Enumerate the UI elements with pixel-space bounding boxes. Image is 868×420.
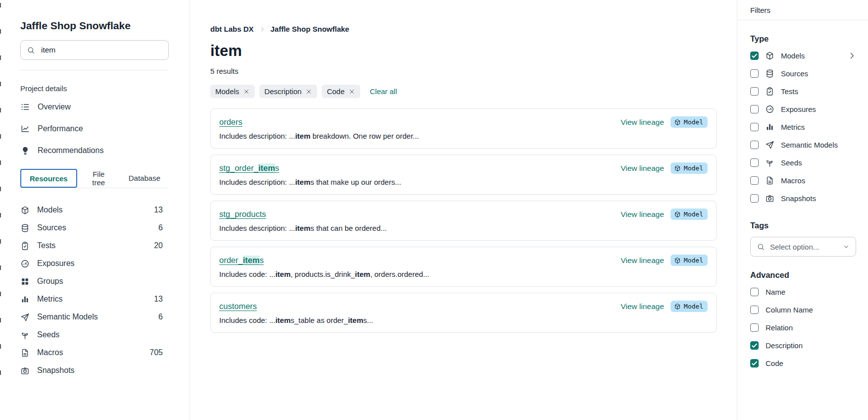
checkbox[interactable] (750, 288, 759, 296)
view-lineage-link[interactable]: View lineage (621, 302, 664, 311)
sidebar-item-seeds[interactable]: Seeds (20, 326, 169, 344)
page-title: item (210, 42, 737, 60)
clear-all-link[interactable]: Clear all (370, 87, 397, 96)
resource-label: Sources (37, 223, 66, 232)
checkbox[interactable] (750, 176, 759, 185)
result-link[interactable]: customers (219, 302, 257, 311)
advanced-filter-code[interactable]: Code (750, 354, 856, 372)
search-input[interactable] (40, 45, 162, 55)
sidebar-item-metrics[interactable]: Metrics 13 (20, 290, 169, 308)
filter-option-label: Column Name (766, 306, 813, 314)
checkbox[interactable] (750, 158, 759, 167)
seed-icon (765, 158, 774, 167)
sidebar-item-exposures[interactable]: Exposures (20, 255, 169, 272)
tags-select-placeholder: Select option... (770, 243, 819, 251)
project-menu: Overview Performance Recommendations (20, 96, 169, 161)
type-filter-tests[interactable]: Tests (750, 82, 856, 100)
checkbox[interactable] (750, 306, 759, 314)
resource-label: Groups (37, 277, 63, 286)
checkbox[interactable] (750, 87, 759, 96)
checkbox[interactable] (750, 323, 759, 332)
result-description: Includes code: ...items_table as order_i… (219, 316, 708, 324)
advanced-filter-column-name[interactable]: Column Name (750, 301, 856, 318)
checkbox[interactable] (750, 341, 759, 350)
resource-label: Exposures (37, 259, 75, 268)
sidebar-item-models[interactable]: Models 13 (20, 201, 169, 219)
tab-file-tree[interactable]: File tree (77, 168, 120, 188)
type-filter-sources[interactable]: Sources (750, 64, 856, 82)
resource-label: Snapshots (37, 366, 75, 375)
checkbox[interactable] (750, 141, 759, 149)
performance-icon (20, 124, 30, 134)
metric-icon (20, 295, 30, 304)
sidebar-tabs: Resources File tree Database (20, 168, 169, 188)
sidebar-item-semantic-models[interactable]: Semantic Models 6 (20, 308, 169, 326)
close-icon[interactable] (305, 88, 312, 95)
sidebar-item-macros[interactable]: Macros 705 (20, 344, 169, 362)
filter-option-label: Code (766, 359, 783, 368)
type-filter-list: Models Sources Tests Exposures Metrics S… (750, 47, 856, 207)
filter-option-label: Seeds (781, 158, 802, 167)
sidebar-item-overview[interactable]: Overview (20, 96, 169, 118)
sidebar-item-recommendations[interactable]: Recommendations (20, 140, 169, 161)
filter-chip[interactable]: Code (322, 85, 360, 98)
type-filter-exposures[interactable]: Exposures (750, 100, 856, 118)
chevron-right-icon[interactable] (848, 52, 856, 60)
result-description: Includes description: ...item breakdown.… (219, 132, 708, 140)
result-link[interactable]: stg_products (219, 210, 266, 219)
advanced-filter-relation[interactable]: Relation (750, 318, 856, 336)
breadcrumb-item-project-group[interactable]: dbt Labs DX (210, 25, 254, 33)
resource-count: 13 (154, 295, 163, 304)
checkbox[interactable] (750, 52, 759, 60)
breadcrumb: dbt Labs DX Jaffle Shop Snowflake (210, 25, 737, 33)
view-lineage-link[interactable]: View lineage (621, 118, 664, 127)
sidebar-project-link-label: Recommendations (38, 146, 103, 155)
type-filter-metrics[interactable]: Metrics (750, 118, 856, 136)
view-lineage-link[interactable]: View lineage (621, 164, 664, 173)
tags-select[interactable]: Select option... (750, 237, 856, 257)
sidebar-item-tests[interactable]: Tests 20 (20, 237, 169, 255)
tab-resources[interactable]: Resources (20, 169, 77, 188)
result-description: Includes description: ...items that can … (219, 224, 708, 232)
source-icon (765, 69, 774, 78)
sidebar-item-groups[interactable]: Groups (20, 272, 169, 290)
checkbox[interactable] (750, 359, 759, 368)
source-icon (20, 223, 30, 233)
model-icon (674, 303, 681, 310)
close-icon[interactable] (243, 88, 250, 95)
snapshot-icon (20, 366, 30, 375)
left-edge-artifact (0, 3, 1, 379)
checkbox[interactable] (750, 123, 759, 131)
filter-chip[interactable]: Description (259, 85, 317, 98)
advanced-filter-name[interactable]: Name (750, 283, 856, 301)
sidebar-item-sources[interactable]: Sources 6 (20, 219, 169, 237)
result-link[interactable]: order_items (219, 256, 264, 265)
sidebar-item-snapshots[interactable]: Snapshots (20, 362, 169, 379)
type-filter-models[interactable]: Models (750, 47, 856, 64)
checkbox[interactable] (750, 105, 759, 113)
view-lineage-link[interactable]: View lineage (621, 210, 664, 219)
type-filter-semantic-models[interactable]: Semantic Models (750, 136, 856, 154)
type-filter-seeds[interactable]: Seeds (750, 154, 856, 171)
checkbox[interactable] (750, 194, 759, 203)
resource-label: Tests (37, 241, 55, 250)
result-link[interactable]: orders (219, 117, 242, 127)
breadcrumb-item-project[interactable]: Jaffle Shop Snowflake (271, 25, 349, 33)
checkbox[interactable] (750, 69, 759, 78)
tab-database[interactable]: Database (120, 168, 169, 188)
result-link[interactable]: stg_order_items (219, 163, 279, 173)
model-badge-label: Model (684, 164, 703, 172)
sidebar-item-performance[interactable]: Performance (20, 118, 169, 140)
search-icon (27, 46, 35, 54)
advanced-filter-description[interactable]: Description (750, 336, 856, 354)
filter-chip-label: Models (215, 87, 239, 96)
view-lineage-link[interactable]: View lineage (621, 256, 664, 265)
sidebar-search[interactable] (20, 40, 169, 60)
type-filter-macros[interactable]: Macros (750, 171, 856, 189)
resource-label: Macros (37, 348, 63, 357)
type-filter-snapshots[interactable]: Snapshots (750, 189, 856, 207)
filter-chip[interactable]: Models (210, 85, 255, 98)
test-icon (765, 87, 774, 96)
close-icon[interactable] (348, 88, 355, 95)
recommendations-icon (20, 146, 30, 156)
